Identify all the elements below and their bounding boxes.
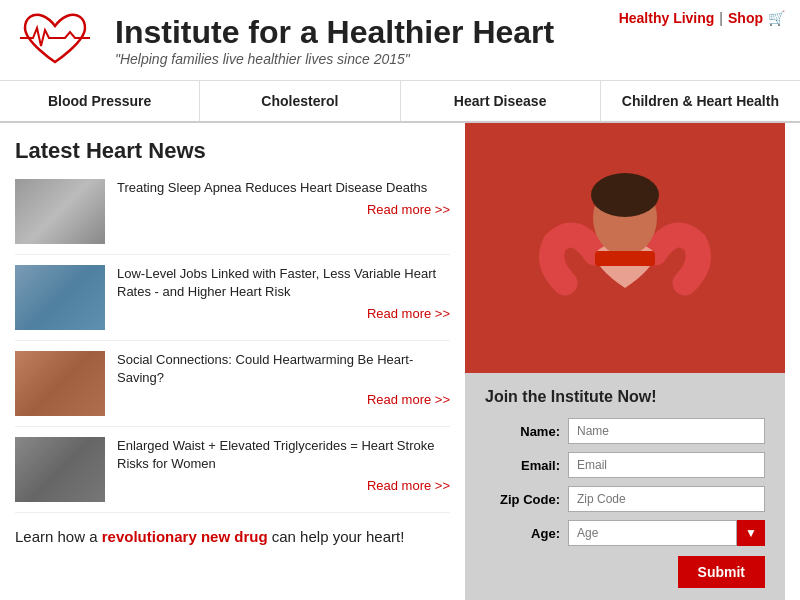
- age-select-wrapper: ▼: [568, 520, 765, 546]
- zip-row: Zip Code:: [485, 486, 765, 512]
- main-content: Latest Heart News Treating Sleep Apnea R…: [0, 123, 800, 600]
- svg-point-4: [591, 173, 659, 217]
- read-more-link[interactable]: Read more >>: [117, 306, 450, 321]
- hero-image: [465, 123, 785, 373]
- header-right-links: Healthy Living | Shop 🛒: [619, 10, 785, 26]
- logo: [15, 10, 95, 70]
- read-more-link[interactable]: Read more >>: [117, 202, 450, 217]
- section-title: Latest Heart News: [15, 138, 450, 164]
- main-nav: Blood Pressure Cholesterol Heart Disease…: [0, 81, 800, 123]
- zip-label: Zip Code:: [485, 492, 560, 507]
- age-dropdown-button[interactable]: ▼: [737, 520, 765, 546]
- news-item: Treating Sleep Apnea Reduces Heart Disea…: [15, 179, 450, 255]
- site-subtitle: "Helping families live healthier lives s…: [115, 51, 785, 67]
- cart-icon[interactable]: 🛒: [768, 10, 785, 26]
- form-title: Join the Institute Now!: [485, 388, 765, 406]
- submit-row: Submit: [485, 556, 765, 588]
- nav-children-heart[interactable]: Children & Heart Health: [601, 81, 800, 121]
- healthy-living-link[interactable]: Healthy Living: [619, 10, 715, 26]
- name-row: Name:: [485, 418, 765, 444]
- nav-blood-pressure[interactable]: Blood Pressure: [0, 81, 200, 121]
- name-input[interactable]: [568, 418, 765, 444]
- age-label: Age:: [485, 526, 560, 541]
- news-title: Treating Sleep Apnea Reduces Heart Disea…: [117, 179, 450, 197]
- read-more-link[interactable]: Read more >>: [117, 478, 450, 493]
- promo-before: Learn how a: [15, 528, 102, 545]
- svg-rect-5: [595, 251, 655, 266]
- read-more-link[interactable]: Read more >>: [117, 392, 450, 407]
- promo-link[interactable]: revolutionary new drug: [102, 528, 268, 545]
- separator: |: [719, 10, 723, 26]
- nav-heart-disease[interactable]: Heart Disease: [401, 81, 601, 121]
- email-input[interactable]: [568, 452, 765, 478]
- news-thumbnail: [15, 179, 105, 244]
- age-input[interactable]: [568, 520, 737, 546]
- news-title: Social Connections: Could Heartwarming B…: [117, 351, 450, 387]
- news-content: Treating Sleep Apnea Reduces Heart Disea…: [117, 179, 450, 217]
- email-row: Email:: [485, 452, 765, 478]
- header: Institute for a Healthier Heart "Helping…: [0, 0, 800, 81]
- news-title: Low-Level Jobs Linked with Faster, Less …: [117, 265, 450, 301]
- news-content: Low-Level Jobs Linked with Faster, Less …: [117, 265, 450, 321]
- news-item: Enlarged Waist + Elevated Triglycerides …: [15, 437, 450, 513]
- join-form: Join the Institute Now! Name: Email: Zip…: [465, 373, 785, 600]
- submit-button[interactable]: Submit: [678, 556, 765, 588]
- zip-input[interactable]: [568, 486, 765, 512]
- news-item: Low-Level Jobs Linked with Faster, Less …: [15, 265, 450, 341]
- promo-text: Learn how a revolutionary new drug can h…: [15, 528, 450, 545]
- nav-cholesterol[interactable]: Cholesterol: [200, 81, 400, 121]
- news-thumbnail: [15, 351, 105, 416]
- news-item: Social Connections: Could Heartwarming B…: [15, 351, 450, 427]
- promo-after: can help your heart!: [268, 528, 405, 545]
- news-content: Social Connections: Could Heartwarming B…: [117, 351, 450, 407]
- name-label: Name:: [485, 424, 560, 439]
- age-row: Age: ▼: [485, 520, 765, 546]
- news-title: Enlarged Waist + Elevated Triglycerides …: [117, 437, 450, 473]
- right-column: Join the Institute Now! Name: Email: Zip…: [465, 123, 785, 600]
- email-label: Email:: [485, 458, 560, 473]
- left-column: Latest Heart News Treating Sleep Apnea R…: [0, 123, 465, 600]
- news-content: Enlarged Waist + Elevated Triglycerides …: [117, 437, 450, 493]
- news-thumbnail: [15, 437, 105, 502]
- news-thumbnail: [15, 265, 105, 330]
- shop-link[interactable]: Shop: [728, 10, 763, 26]
